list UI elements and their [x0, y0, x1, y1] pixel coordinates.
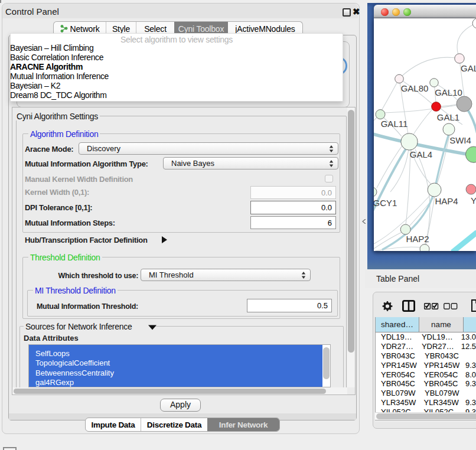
svg-text:SWI4: SWI4 — [449, 135, 471, 145]
svg-text:GAL7: GAL7 — [461, 63, 476, 73]
svg-text:GAL10: GAL10 — [435, 87, 462, 97]
svg-text:GAL11: GAL11 — [381, 119, 408, 129]
svg-text:HAP4: HAP4 — [435, 196, 458, 206]
svg-text:GAL1: GAL1 — [437, 112, 459, 122]
svg-text:HAP2: HAP2 — [406, 234, 429, 244]
svg-text:YMR: YMR — [471, 195, 476, 206]
svg-text:GAL4: GAL4 — [410, 149, 432, 159]
svg-text:GCY1: GCY1 — [374, 198, 397, 208]
svg-text:GAL80: GAL80 — [401, 83, 429, 93]
